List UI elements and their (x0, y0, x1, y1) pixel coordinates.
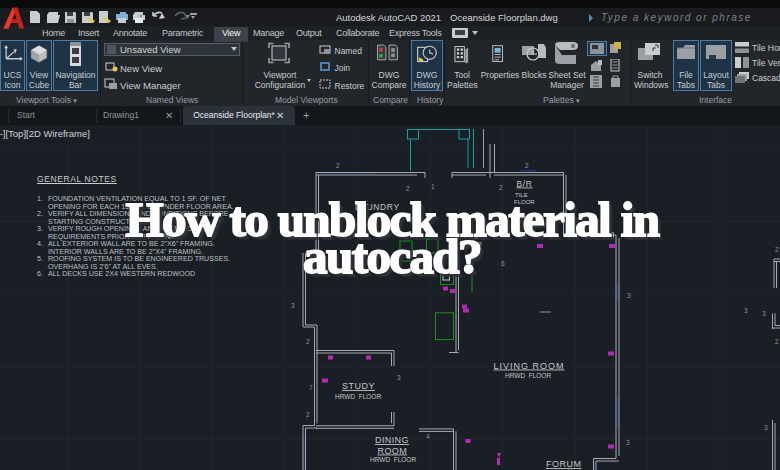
svg-text:2: 2 (336, 162, 340, 169)
svg-text:1: 1 (431, 183, 435, 190)
svg-text:3: 3 (627, 292, 631, 299)
svg-text:2: 2 (306, 411, 310, 418)
svg-text:2: 2 (306, 338, 310, 345)
svg-text:STUDY: STUDY (342, 381, 375, 391)
svg-text:2: 2 (499, 184, 503, 191)
svg-text:7: 7 (309, 384, 313, 391)
svg-text:3: 3 (762, 310, 766, 317)
svg-text:2: 2 (406, 185, 410, 192)
svg-text:2: 2 (775, 338, 779, 345)
svg-text:LIVING ROOM: LIVING ROOM (494, 361, 565, 371)
svg-text:3: 3 (397, 374, 401, 381)
svg-text:3: 3 (291, 302, 295, 309)
svg-text:3: 3 (626, 439, 630, 446)
svg-text:FORUM: FORUM (546, 459, 582, 469)
svg-text:B/R: B/R (517, 179, 533, 189)
svg-text:DINING: DINING (375, 435, 409, 445)
svg-text:HRWD FLOOR: HRWD FLOOR (335, 393, 381, 400)
svg-text:2: 2 (525, 162, 529, 169)
svg-text:HRWD FLOOR: HRWD FLOOR (370, 456, 416, 463)
svg-text:4: 4 (426, 433, 430, 440)
svg-text:ROOM: ROOM (378, 446, 408, 456)
svg-text:3: 3 (744, 307, 748, 314)
svg-text:3: 3 (764, 424, 768, 431)
svg-text:HRWD FLOOR: HRWD FLOOR (505, 372, 551, 379)
